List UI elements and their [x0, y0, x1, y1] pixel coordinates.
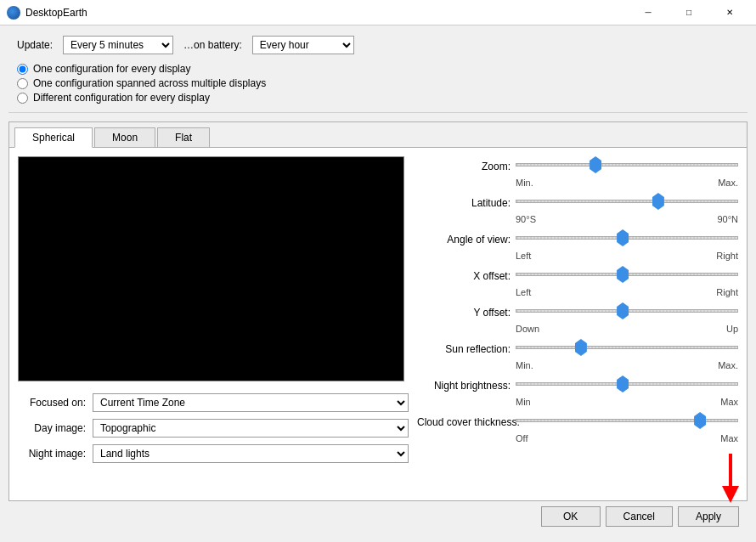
zoom-slider-container — [516, 156, 738, 176]
night-label: Night brightness: — [417, 380, 511, 392]
focused-on-label: Focused on: — [18, 397, 86, 409]
sun-min: Min. — [516, 360, 533, 370]
yoffset-slider[interactable] — [516, 302, 738, 319]
latitude-min: 90°S — [516, 214, 536, 224]
zoom-min: Min. — [516, 178, 533, 188]
radio-different-config-input[interactable] — [17, 93, 28, 104]
night-min: Min — [516, 397, 531, 407]
xoffset-slider[interactable] — [516, 266, 738, 283]
sun-row: Sun reflection: — [417, 339, 738, 359]
night-max: Max — [720, 397, 738, 407]
cloud-row: Cloud cover thickness: — [417, 412, 738, 432]
zoom-slider[interactable] — [516, 156, 738, 173]
arrow-down — [722, 486, 739, 503]
xoffset-row: X offset: — [417, 266, 738, 285]
focused-on-select[interactable]: Current Time Zone UTC Custom — [93, 393, 409, 412]
cloud-min: Off — [516, 433, 528, 443]
content-area: Spherical Moon Flat Focused on: Current … — [0, 113, 756, 542]
zoom-row: Zoom: — [417, 156, 738, 176]
night-slider-group: Night brightness: Min Max — [417, 375, 738, 407]
latitude-slider-container — [516, 193, 738, 212]
cloud-label: Cloud cover thickness: — [417, 416, 511, 428]
app-icon — [7, 6, 20, 20]
latitude-max: 90°N — [717, 214, 738, 224]
latitude-minmax: 90°S 90°N — [417, 214, 738, 224]
xoffset-minmax: Left Right — [417, 287, 738, 297]
tabs-panel: Spherical Moon Flat Focused on: Current … — [8, 121, 748, 501]
angle-slider[interactable] — [516, 229, 738, 246]
battery-select[interactable]: Every hour Every 2 hours Every 5 minutes — [252, 36, 354, 54]
ok-button[interactable]: OK — [541, 506, 601, 527]
angle-label: Angle of view: — [417, 234, 511, 246]
title-bar-left: DesktopEarth — [7, 6, 87, 20]
cloud-slider-container — [516, 412, 738, 432]
tab-bar: Spherical Moon Flat — [9, 122, 747, 148]
update-select[interactable]: Every 5 minutes Every 10 minutes Every 3… — [63, 36, 173, 54]
sun-label: Sun reflection: — [417, 343, 511, 355]
radio-span-config-input[interactable] — [17, 78, 28, 89]
night-image-row: Night image: Land lights None Custom — [18, 444, 409, 463]
arrow-shaft — [729, 454, 732, 488]
update-label: Update: — [17, 39, 53, 51]
night-slider[interactable] — [516, 375, 738, 392]
sun-slider-group: Sun reflection: Min. Max. — [417, 339, 738, 370]
yoffset-label: Y offset: — [417, 307, 511, 319]
night-row: Night brightness: — [417, 375, 738, 395]
sun-slider[interactable] — [516, 339, 738, 356]
cloud-max: Max — [720, 433, 738, 443]
sun-minmax: Min. Max. — [417, 360, 738, 370]
latitude-slider[interactable] — [516, 193, 738, 210]
title-bar-controls: ─ □ ✕ — [629, 3, 749, 22]
display-config-group: One configuration for every display One … — [0, 61, 756, 112]
latitude-slider-group: Latitude: 90°S 90°N — [417, 193, 738, 224]
yoffset-slider-container — [516, 302, 738, 322]
radio-different-config[interactable]: Different configuration for every displa… — [17, 92, 739, 104]
xoffset-max: Right — [716, 287, 738, 297]
maximize-button[interactable]: □ — [669, 3, 708, 22]
angle-max: Right — [716, 251, 738, 261]
title-bar: DesktopEarth ─ □ ✕ — [0, 0, 756, 25]
zoom-label: Zoom: — [417, 161, 511, 172]
earth-preview — [18, 156, 404, 381]
zoom-minmax: Min. Max. — [417, 178, 738, 188]
radio-span-config[interactable]: One configuration spanned across multipl… — [17, 77, 739, 89]
battery-label: …on battery: — [183, 39, 242, 51]
xoffset-slider-group: X offset: Left Right — [417, 266, 738, 297]
night-image-select[interactable]: Land lights None Custom — [93, 444, 409, 463]
tab-flat[interactable]: Flat — [157, 127, 210, 147]
cancel-button[interactable]: Cancel — [606, 506, 673, 527]
close-button[interactable]: ✕ — [710, 3, 749, 22]
night-image-label: Night image: — [18, 448, 86, 460]
xoffset-slider-container — [516, 266, 738, 285]
radio-one-config[interactable]: One configuration for every display — [17, 63, 739, 75]
yoffset-max: Up — [726, 324, 738, 334]
yoffset-row: Y offset: — [417, 302, 738, 322]
angle-slider-group: Angle of view: Left Right — [417, 229, 738, 261]
preview-panel: Focused on: Current Time Zone UTC Custom… — [18, 156, 409, 492]
latitude-label: Latitude: — [417, 197, 511, 209]
xoffset-min: Left — [516, 287, 531, 297]
tab-content: Focused on: Current Time Zone UTC Custom… — [9, 148, 747, 500]
yoffset-min: Down — [516, 324, 539, 334]
tab-moon[interactable]: Moon — [94, 127, 155, 147]
bottom-controls: Focused on: Current Time Zone UTC Custom… — [18, 388, 409, 463]
apply-button[interactable]: Apply — [678, 506, 739, 527]
cloud-slider-group: Cloud cover thickness: Off Max — [417, 412, 738, 443]
tab-spherical[interactable]: Spherical — [14, 127, 93, 148]
minimize-button[interactable]: ─ — [629, 3, 668, 22]
latitude-row: Latitude: — [417, 193, 738, 212]
sun-slider-container — [516, 339, 738, 359]
yoffset-minmax: Down Up — [417, 324, 738, 334]
max-apply-arrow — [722, 454, 739, 503]
cloud-slider[interactable] — [516, 412, 738, 429]
day-image-label: Day image: — [18, 422, 86, 434]
angle-slider-container — [516, 229, 738, 249]
night-slider-container — [516, 375, 738, 395]
settings-panel: Zoom: Min. Max. Latitude: — [417, 156, 738, 492]
focused-on-row: Focused on: Current Time Zone UTC Custom — [18, 393, 409, 412]
cloud-minmax: Off Max — [417, 433, 738, 443]
day-image-select[interactable]: Topographic Satellite Artistic — [93, 419, 409, 438]
sun-max: Max. — [718, 360, 738, 370]
radio-one-config-input[interactable] — [17, 64, 28, 75]
angle-min: Left — [516, 251, 531, 261]
